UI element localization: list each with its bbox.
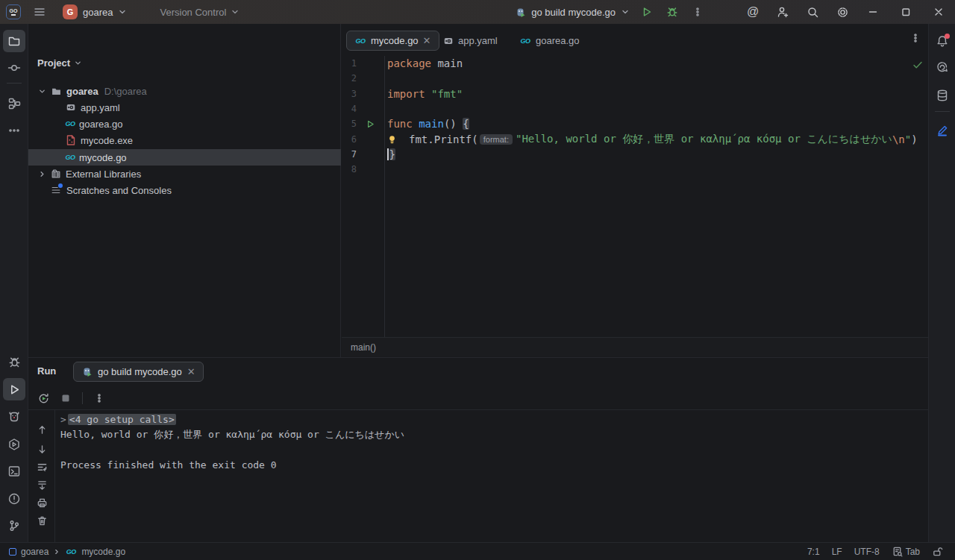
run-button[interactable] bbox=[636, 1, 658, 23]
code-line-3: 3 import "fmt" bbox=[342, 86, 928, 101]
breadcrumb-bar: main() bbox=[342, 337, 928, 356]
notifications-button[interactable] bbox=[931, 30, 954, 52]
statusbar-module[interactable]: goarea bbox=[21, 547, 48, 557]
tree-item-mycode-exe[interactable]: mycode.exe bbox=[28, 132, 341, 148]
rerun-button[interactable] bbox=[34, 389, 52, 407]
run-tab-go-build[interactable]: go build mycode.go ✕ bbox=[73, 362, 204, 382]
soft-wrap-button[interactable] bbox=[33, 458, 51, 476]
indent-widget[interactable]: Tab bbox=[892, 546, 920, 557]
gopher-tool-button[interactable] bbox=[3, 406, 25, 428]
vcs-widget[interactable]: Version Control bbox=[155, 1, 244, 23]
code-editor[interactable]: 1 package main 2 3 import "fmt" 4 5 func… bbox=[342, 56, 928, 177]
code-token: main bbox=[431, 57, 463, 69]
ai-chat-icon bbox=[936, 61, 949, 75]
clear-console-button[interactable] bbox=[33, 512, 51, 529]
console-line-fold[interactable]: ><4 go setup calls> bbox=[60, 412, 928, 427]
database-icon bbox=[936, 89, 949, 102]
encoding-widget[interactable]: UTF-8 bbox=[854, 547, 880, 557]
play-icon bbox=[8, 383, 21, 396]
stop-button[interactable] bbox=[57, 389, 75, 407]
services-tool-button[interactable] bbox=[3, 433, 25, 456]
project-panel-header[interactable]: Project bbox=[37, 57, 82, 69]
code-with-me-button[interactable] bbox=[771, 1, 794, 23]
tab-label: goarea.go bbox=[536, 35, 580, 46]
debug-tool-button[interactable] bbox=[3, 350, 25, 373]
pen-tool-button[interactable] bbox=[931, 119, 954, 142]
project-panel-title: Project bbox=[37, 57, 70, 69]
chevron-collapsed-icon[interactable] bbox=[37, 170, 46, 178]
scroll-down-button[interactable] bbox=[33, 440, 51, 458]
ai-assistant-tool-button[interactable] bbox=[931, 57, 954, 79]
line-number-current: 7 bbox=[342, 149, 357, 160]
editor-options-button[interactable] bbox=[910, 33, 921, 43]
chevron-expanded-icon[interactable] bbox=[37, 87, 46, 95]
console-output[interactable]: ><4 go setup calls> Hello, world or 你好，世… bbox=[56, 409, 928, 542]
terminal-icon bbox=[7, 465, 21, 478]
fold-expand-icon[interactable]: > bbox=[60, 414, 66, 425]
tree-item-scratches[interactable]: Scratches and Consoles bbox=[28, 182, 341, 198]
run-config-selector[interactable]: go build mycode.go bbox=[512, 1, 633, 23]
run-main-gutter-icon[interactable] bbox=[366, 119, 375, 129]
close-tab-icon[interactable]: ✕ bbox=[187, 367, 195, 377]
terminal-tool-button[interactable] bbox=[3, 460, 25, 482]
close-button[interactable] bbox=[922, 0, 955, 24]
scroll-to-end-button[interactable] bbox=[33, 476, 51, 494]
run-config-label: go build mycode.go bbox=[531, 7, 616, 18]
caret-position-widget[interactable]: 7:1 bbox=[807, 547, 820, 557]
print-button[interactable] bbox=[33, 494, 51, 512]
more-actions-button[interactable] bbox=[686, 1, 709, 23]
scroll-up-button[interactable] bbox=[33, 421, 51, 438]
intention-bulb-icon[interactable] bbox=[387, 134, 397, 145]
run-tool-button[interactable] bbox=[3, 378, 25, 400]
search-everywhere-button[interactable] bbox=[801, 1, 824, 23]
run-tab-label: go build mycode.go bbox=[98, 366, 182, 377]
editor-tab-goarea-go[interactable]: GO goarea.go bbox=[512, 31, 587, 51]
tree-item-goarea-go[interactable]: GO goarea.go bbox=[28, 116, 341, 132]
line-number: 8 bbox=[342, 164, 357, 174]
database-tool-button[interactable] bbox=[931, 84, 954, 107]
tree-item-mycode-go[interactable]: GO mycode.go bbox=[28, 149, 341, 166]
tree-item-app-yaml[interactable]: app.yaml bbox=[28, 99, 341, 116]
debug-button[interactable] bbox=[661, 1, 683, 23]
go-file-icon: GO bbox=[64, 154, 76, 161]
run-panel-title[interactable]: Run bbox=[37, 365, 56, 377]
breadcrumb-item-main[interactable]: main() bbox=[351, 342, 376, 353]
kebab-icon bbox=[692, 7, 703, 17]
settings-button[interactable] bbox=[831, 1, 854, 23]
project-tool-button[interactable] bbox=[3, 30, 25, 52]
chevron-down-icon bbox=[621, 7, 630, 16]
ai-assistant-icon: @ bbox=[747, 5, 759, 19]
folded-output[interactable]: <4 go setup calls> bbox=[68, 414, 176, 425]
editor-tab-app-yaml[interactable]: app.yaml bbox=[436, 31, 505, 51]
ai-assistant-button[interactable]: @ bbox=[742, 1, 764, 23]
minimize-button[interactable] bbox=[857, 0, 889, 24]
vcs-branch-tool-button[interactable] bbox=[3, 515, 25, 537]
close-tab-icon[interactable]: ✕ bbox=[423, 36, 431, 45]
tree-item-label: goarea.go bbox=[79, 119, 123, 130]
line-separator-widget[interactable]: LF bbox=[832, 547, 842, 557]
console-line-empty bbox=[60, 443, 928, 458]
problems-tool-button[interactable] bbox=[3, 488, 25, 510]
project-widget[interactable]: G goarea bbox=[58, 1, 131, 23]
run-more-options-button[interactable] bbox=[90, 389, 108, 407]
commit-tool-button[interactable] bbox=[3, 57, 25, 79]
structure-tool-button[interactable] bbox=[3, 92, 25, 115]
project-tool-window: Project goarea D:\goarea app.yaml GO goa… bbox=[28, 24, 341, 357]
code-line-5: 5 func main() { bbox=[342, 116, 928, 131]
gopher-tool-icon bbox=[7, 410, 21, 424]
commit-icon bbox=[7, 61, 21, 75]
tree-item-goarea-root[interactable]: goarea D:\goarea bbox=[28, 83, 341, 99]
code-token: import bbox=[387, 88, 425, 100]
code-token: fmt.Printf( bbox=[409, 133, 478, 145]
maximize-button[interactable] bbox=[889, 0, 922, 24]
folder-icon bbox=[51, 86, 62, 97]
tree-item-label: goarea bbox=[66, 86, 98, 97]
problems-icon bbox=[7, 492, 21, 506]
unlock-icon[interactable] bbox=[932, 546, 943, 557]
code-token: ) bbox=[911, 133, 917, 145]
main-menu-button[interactable] bbox=[28, 1, 51, 23]
editor-tab-mycode-go[interactable]: GO mycode.go ✕ bbox=[346, 31, 439, 51]
tree-item-external-libraries[interactable]: External Libraries bbox=[28, 166, 341, 182]
statusbar-file[interactable]: mycode.go bbox=[81, 547, 125, 557]
more-tools-button[interactable] bbox=[3, 119, 25, 142]
